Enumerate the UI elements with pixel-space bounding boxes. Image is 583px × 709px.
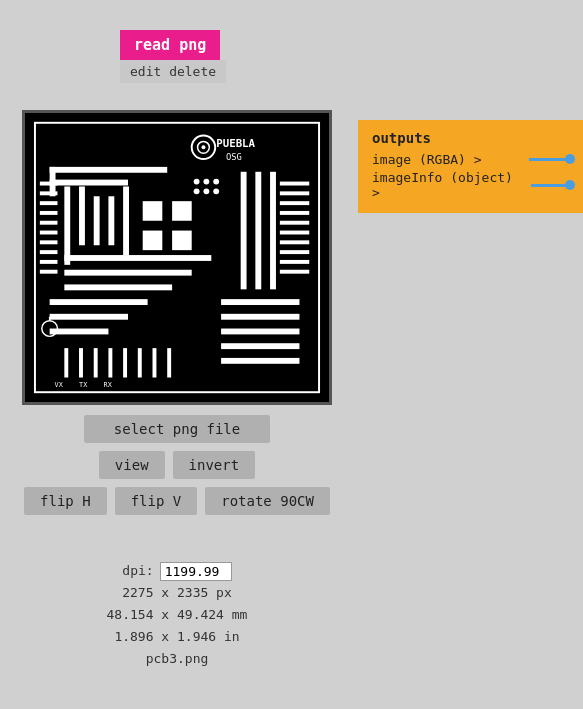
- svg-rect-23: [280, 211, 309, 215]
- outputs-node: outputs image (RGBA) > imageInfo (object…: [358, 120, 583, 213]
- svg-rect-37: [64, 284, 172, 290]
- svg-point-44: [213, 179, 219, 185]
- svg-rect-61: [94, 348, 98, 377]
- svg-rect-59: [64, 348, 68, 377]
- svg-rect-20: [280, 182, 309, 186]
- svg-rect-48: [241, 172, 247, 290]
- node-actions[interactable]: edit delete: [120, 60, 226, 83]
- svg-rect-58: [221, 358, 299, 364]
- output-row-image: image (RGBA) >: [372, 152, 569, 167]
- dimensions-mm: 48.154 x 49.424 mm: [22, 604, 332, 626]
- dimensions-px: 2275 x 2335 px: [22, 582, 332, 604]
- svg-rect-56: [221, 329, 299, 335]
- svg-rect-14: [40, 221, 58, 225]
- svg-text:TX: TX: [79, 381, 88, 389]
- svg-rect-11: [40, 191, 58, 195]
- svg-rect-57: [221, 343, 299, 349]
- view-invert-row: view invert: [99, 451, 255, 479]
- output-imageinfo-connector: [531, 184, 569, 187]
- svg-rect-28: [280, 260, 309, 264]
- svg-rect-21: [280, 191, 309, 195]
- svg-point-6: [201, 145, 205, 149]
- invert-button[interactable]: invert: [173, 451, 256, 479]
- view-button[interactable]: view: [99, 451, 165, 479]
- svg-rect-17: [40, 250, 58, 254]
- svg-rect-55: [221, 314, 299, 320]
- svg-text:OSG: OSG: [226, 152, 242, 162]
- output-imageinfo-label: imageInfo (object) >: [372, 170, 523, 200]
- svg-rect-62: [108, 348, 112, 377]
- svg-rect-24: [280, 221, 309, 225]
- svg-rect-40: [143, 231, 163, 251]
- svg-text:VX: VX: [55, 381, 64, 389]
- svg-rect-66: [167, 348, 171, 377]
- svg-rect-27: [280, 250, 309, 254]
- svg-rect-65: [153, 348, 157, 377]
- svg-rect-31: [79, 186, 85, 245]
- flip-v-button[interactable]: flip V: [115, 487, 198, 515]
- svg-point-43: [203, 179, 209, 185]
- image-preview: PUEBLA OSG: [22, 110, 332, 405]
- controls-area: select png file view invert flip H flip …: [22, 415, 332, 515]
- svg-rect-9: [50, 180, 128, 186]
- svg-text:RX: RX: [104, 381, 113, 389]
- svg-rect-53: [50, 329, 109, 335]
- svg-rect-36: [64, 270, 191, 276]
- svg-rect-25: [280, 231, 309, 235]
- read-png-node: read png edit delete: [120, 30, 226, 83]
- dimensions-in: 1.896 x 1.946 in: [22, 626, 332, 648]
- svg-point-42: [194, 179, 200, 185]
- svg-rect-41: [172, 231, 192, 251]
- dpi-row: dpi:: [22, 560, 332, 582]
- svg-rect-60: [79, 348, 83, 377]
- svg-rect-50: [270, 172, 276, 290]
- svg-rect-33: [108, 196, 114, 245]
- svg-rect-32: [94, 196, 100, 245]
- svg-point-45: [194, 188, 200, 194]
- svg-rect-13: [40, 211, 58, 215]
- select-file-button[interactable]: select png file: [84, 415, 270, 443]
- svg-rect-22: [280, 201, 309, 205]
- dpi-label: dpi:: [122, 560, 153, 582]
- svg-rect-64: [138, 348, 142, 377]
- svg-rect-26: [280, 240, 309, 244]
- svg-rect-52: [50, 314, 128, 320]
- svg-point-47: [213, 188, 219, 194]
- outputs-title: outputs: [372, 130, 569, 146]
- filename: pcb3.png: [22, 648, 332, 670]
- svg-rect-38: [143, 201, 163, 221]
- svg-rect-34: [123, 186, 129, 255]
- flip-h-button[interactable]: flip H: [24, 487, 107, 515]
- info-area: dpi: 2275 x 2335 px 48.154 x 49.424 mm 1…: [22, 560, 332, 670]
- svg-rect-35: [64, 255, 211, 261]
- output-image-label: image (RGBA) >: [372, 152, 482, 167]
- svg-point-46: [203, 188, 209, 194]
- svg-rect-15: [40, 231, 58, 235]
- svg-rect-51: [50, 299, 148, 305]
- svg-rect-18: [40, 260, 58, 264]
- svg-rect-19: [40, 270, 58, 274]
- rotate-button[interactable]: rotate 90CW: [205, 487, 330, 515]
- svg-rect-12: [40, 201, 58, 205]
- svg-rect-7: [50, 167, 168, 173]
- node-title[interactable]: read png: [120, 30, 220, 60]
- svg-text:PUEBLA: PUEBLA: [216, 137, 255, 150]
- dpi-input[interactable]: [160, 562, 232, 581]
- svg-rect-29: [280, 270, 309, 274]
- pcb-svg: PUEBLA OSG: [25, 113, 329, 402]
- svg-rect-54: [221, 299, 299, 305]
- svg-rect-49: [255, 172, 261, 290]
- output-row-imageinfo: imageInfo (object) >: [372, 170, 569, 200]
- transform-row: flip H flip V rotate 90CW: [24, 487, 330, 515]
- svg-rect-63: [123, 348, 127, 377]
- svg-rect-16: [40, 240, 58, 244]
- svg-rect-30: [64, 186, 70, 264]
- svg-rect-10: [40, 182, 58, 186]
- output-image-connector: [529, 158, 569, 161]
- svg-rect-39: [172, 201, 192, 221]
